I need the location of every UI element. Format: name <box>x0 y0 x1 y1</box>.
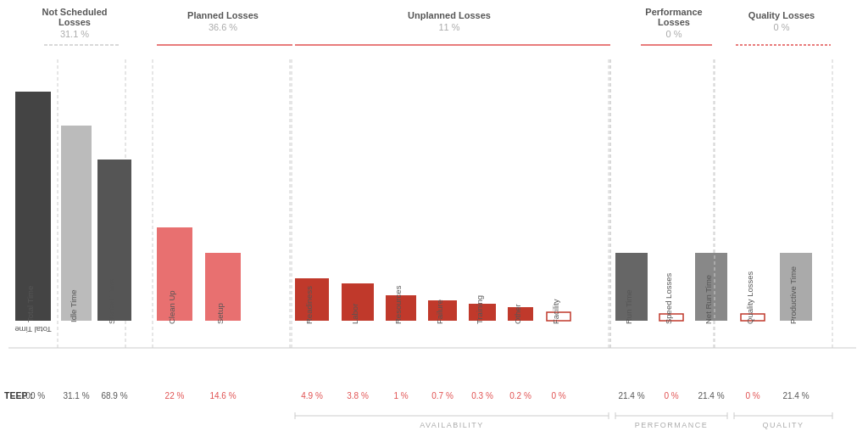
svg-text:Planned Losses: Planned Losses <box>187 10 259 20</box>
svg-text:1 %: 1 % <box>393 391 408 400</box>
svg-text:14.6 %: 14.6 % <box>209 391 236 400</box>
svg-rect-32 <box>428 300 457 321</box>
svg-text:Setup: Setup <box>215 303 225 324</box>
svg-text:QUALITY: QUALITY <box>762 421 804 429</box>
svg-rect-45 <box>780 253 812 321</box>
svg-rect-26 <box>205 253 241 321</box>
svg-text:0 %: 0 % <box>774 22 790 32</box>
svg-text:Clean Up: Clean Up <box>167 290 176 324</box>
svg-text:0 %: 0 % <box>745 391 760 400</box>
svg-text:Staffed Time: Staffed Time <box>107 279 116 324</box>
svg-text:0 %: 0 % <box>551 391 565 400</box>
svg-rect-31 <box>386 295 416 321</box>
svg-text:Training: Training <box>475 295 484 324</box>
svg-text:Performance: Performance <box>645 7 702 17</box>
svg-text:22 %: 22 % <box>165 391 185 400</box>
svg-text:Not Scheduled: Not Scheduled <box>42 7 107 17</box>
svg-rect-19 <box>61 126 92 321</box>
svg-text:Productive Time: Productive Time <box>788 266 798 324</box>
svg-rect-41 <box>695 253 727 321</box>
svg-text:Total Time: Total Time <box>25 286 35 322</box>
svg-text:0 %: 0 % <box>664 391 678 400</box>
svg-rect-33 <box>469 304 496 321</box>
svg-rect-23 <box>157 227 192 321</box>
svg-text:0.3 %: 0.3 % <box>471 391 493 400</box>
svg-text:100 %: 100 % <box>21 391 45 400</box>
svg-text:Labor: Labor <box>350 304 359 324</box>
svg-rect-22 <box>97 160 131 321</box>
svg-text:3.8 %: 3.8 % <box>347 391 369 400</box>
svg-text:21.4 %: 21.4 % <box>698 391 724 400</box>
svg-rect-35 <box>547 312 570 321</box>
svg-text:Total Time: Total Time <box>14 325 51 334</box>
svg-text:68.9 %: 68.9 % <box>101 391 127 400</box>
svg-text:0.7 %: 0.7 % <box>431 391 453 400</box>
svg-text:4.9 %: 4.9 % <box>301 391 323 400</box>
svg-text:Failure: Failure <box>435 300 444 324</box>
svg-text:Speed Losses: Speed Losses <box>664 273 673 324</box>
svg-rect-40 <box>659 314 683 321</box>
svg-text:0.2 %: 0.2 % <box>509 391 531 400</box>
svg-rect-27 <box>295 278 329 321</box>
svg-text:Facility: Facility <box>551 299 560 324</box>
svg-text:21.4 %: 21.4 % <box>782 391 809 400</box>
svg-rect-44 <box>741 314 765 321</box>
svg-text:31.1 %: 31.1 % <box>60 29 89 39</box>
svg-text:0 %: 0 % <box>666 29 682 39</box>
svg-rect-17 <box>15 92 51 321</box>
svg-text:11 %: 11 % <box>438 22 459 32</box>
svg-text:Unplanned Losses: Unplanned Losses <box>408 10 491 20</box>
svg-text:Readiness: Readiness <box>304 286 314 324</box>
svg-rect-30 <box>342 283 374 321</box>
svg-text:31.1 %: 31.1 % <box>63 391 89 400</box>
svg-text:Other: Other <box>513 304 522 324</box>
svg-text:Losses: Losses <box>658 17 690 27</box>
svg-text:Net Run Time: Net Run Time <box>704 275 713 324</box>
svg-text:PERFORMANCE: PERFORMANCE <box>635 421 709 429</box>
chart-container: Not Scheduled Losses 31.1 % Planned Loss… <box>0 0 868 448</box>
svg-text:AVAILABILITY: AVAILABILITY <box>420 421 484 429</box>
svg-text:Resources: Resources <box>393 285 403 324</box>
svg-text:Quality Losses: Quality Losses <box>748 10 815 20</box>
svg-rect-34 <box>508 307 533 321</box>
svg-text:Run Time: Run Time <box>624 289 633 324</box>
svg-text:36.6 %: 36.6 % <box>209 22 237 32</box>
svg-text:Losses: Losses <box>58 17 91 27</box>
svg-text:Idle Time: Idle Time <box>69 289 78 322</box>
svg-text:TEEP :: TEEP : <box>4 390 33 400</box>
svg-text:21.4 %: 21.4 % <box>618 391 644 400</box>
svg-text:Quality Losses: Quality Losses <box>745 271 754 324</box>
svg-rect-37 <box>615 253 648 321</box>
